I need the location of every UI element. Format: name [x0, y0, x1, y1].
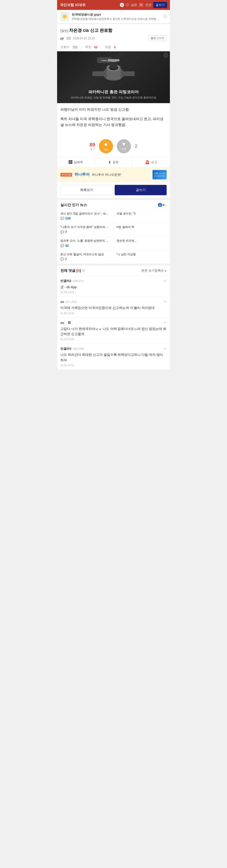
svg-rect-7	[92, 71, 105, 76]
ad-banner-title: 전국태양광시공 gspv	[72, 12, 161, 17]
sort-chevron-icon: ∨	[164, 269, 166, 273]
article-image-ad: Parko i 파카하니핀 총판 피팅코리아 파카하니핀 유공압, 피팅 등 전…	[57, 51, 170, 103]
comments-title-text: 전체 댓글	[61, 269, 75, 273]
recommend-label: 추천	[85, 45, 91, 49]
top-nav: 국민의힘 비대위 m ⓘ 설정 N 연관 글쓰기	[57, 0, 170, 10]
recommend-down-button[interactable]: ▼ 비추	[117, 139, 131, 153]
sort-button[interactable]: 등록순 ∨	[155, 269, 166, 273]
comment-close-2[interactable]: ✕	[163, 300, 166, 304]
comment-author-row-3: oo 🖼 ✕	[61, 320, 166, 325]
news-item-text-4-1: 문신 삭제 첼설아, 버킷리스트 달성	[61, 252, 112, 256]
ad-banner-text: 전국태양광시공 gspv 주택용/상업용 태양광시공전문회사 철저한 사후관리보…	[72, 12, 161, 21]
news-item-text-4-2: "니 남친 이상형	[117, 252, 168, 256]
comment-ip-4: (182.228)	[73, 347, 84, 350]
post-body-part1: 파랭이님이 이미 하셨지만 나도 방금 신고함.	[61, 106, 166, 113]
comment-count: 4	[114, 45, 115, 49]
comments-count: 4	[78, 269, 79, 273]
comment-body-4: 나도 하러간다 최대한 신고가 쌓일수록 위력있다고하니 다들 하자 많이 하자	[61, 352, 166, 363]
ad-banner-subtitle: 주택용/상업용 태양광시공전문회사 철저한 사후관리보장 자체시공 자체행...	[72, 17, 161, 21]
news-section: 실시간 인기 뉴스 D 0 › 섹시 장미 D컵 글래머러스 '순수'...새.…	[57, 200, 170, 264]
comment-body-3: 고맙다 너가 찐애국자야ㅠㅠ 나도 어제 집회다녀오느라 정신 없었는데 퇴근하…	[61, 326, 166, 337]
down-arrow-icon: ▼	[121, 141, 126, 147]
comment-body-2: 미국에 가족있으면 미국이민청으로 신고하는게 더 빨리 처리된대	[61, 305, 166, 310]
post-container: [일반] 차은경 cia 신고 완료함 pjr 📋 2025.01.20 12:…	[57, 24, 170, 198]
comment-author-4: 빈갤러3	[61, 347, 71, 351]
comment-ip-1: (180.211)	[73, 280, 84, 282]
news-col-meta-3-1: 💬 32	[61, 244, 112, 248]
news-col-4-2: "니 남친 이상형	[114, 250, 170, 264]
ad-banner-icon: ☀️	[60, 12, 69, 21]
share-button[interactable]: ⬆ 공유	[95, 157, 132, 167]
nav-write-button[interactable]: 글쓰기	[115, 185, 166, 195]
sort-label: 등록순	[155, 269, 164, 273]
comment-item-1: 빈갤러2 (180.211) ✕ 굿 - dc App 01.20 13:18	[57, 276, 170, 297]
bottom-ad-text: 하나투어 하나오픈챗!	[92, 173, 150, 177]
news-item-text-3-2: 청순한 외모에...	[117, 239, 168, 243]
reaction-left-count-container: 89 ▼ 7	[89, 142, 95, 151]
comment-close-4[interactable]: ✕	[163, 346, 166, 351]
report-icon: 🚨	[145, 160, 150, 165]
svg-rect-6	[108, 59, 119, 61]
news-col-1-2: 모델 권수진, "3	[114, 209, 170, 223]
comment-item-2: oo (211.235) ✕ 미국에 가족있으면 미국이민청으로 신고하는게 더…	[57, 297, 170, 317]
comment-bubble-icon-2: 💬	[61, 230, 64, 234]
comments-title: 전체 댓글 [4]	[61, 269, 81, 273]
post-date: 2025.01.20 12:32	[73, 37, 95, 40]
down-count: 2	[135, 143, 138, 149]
news-col-meta-4-1: 💬 7	[61, 257, 112, 261]
news-item-text-2-1: "나혼자 보기 아까운 몸매" 성형외과 ...	[61, 225, 112, 229]
settings-button[interactable]: 설정	[131, 3, 137, 7]
news-col-3-2: 청순한 외모에...	[114, 237, 170, 250]
news-col-2-1: "나혼자 보기 아까운 몸매" 성형외과 ... 💬 7	[57, 223, 114, 236]
news-section-title: 실시간 인기 뉴스	[61, 203, 158, 207]
svg-text:Parko: Parko	[101, 59, 107, 62]
news-col-2-2: H컵 글래머 맥	[114, 223, 170, 236]
info-button[interactable]: ⓘ	[126, 3, 129, 7]
n-badge: N	[139, 3, 143, 7]
report-label: 신고	[151, 160, 157, 164]
report-button[interactable]: 🚨 신고	[133, 157, 170, 167]
share-icon: ⬆	[108, 160, 111, 165]
down-label: 비추	[121, 147, 126, 151]
comment-time-2: 01.20 13:19	[61, 312, 166, 315]
comment-close-3[interactable]: ✕	[163, 320, 166, 325]
ad-overlay-sub: 파카하니핀 유공압, 피팅 등 전제품 견적, 수입 가능한 공식인증 총판대리…	[71, 96, 156, 99]
list-button[interactable]: 목록보기	[61, 185, 113, 195]
news-row-4: 문신 삭제 첼설아, 버킷리스트 달성 💬 7 "니 남친 이상형	[57, 250, 170, 264]
comment-author-row-2: oo (211.235) ✕	[61, 300, 166, 304]
news-comment-num-3-1: 32	[65, 244, 69, 248]
news-section-header: 실시간 인기 뉴스 D 0 ›	[57, 200, 170, 209]
news-row-2: "나혼자 보기 아까운 몸매" 성형외과 ... 💬 7 H컵 글래머 맥	[57, 223, 170, 237]
bottom-ad: 유의사항 하나투어 하나투어 하나오픈챗! 이럴 고수는다 있다다!	[57, 168, 170, 182]
comments-section: 전체 댓글 [4] ↻ 본문 보기 등록순 ∨ 빈갤러2 (180.211) ✕…	[57, 266, 170, 370]
write-button[interactable]: 글쓰기	[153, 2, 167, 8]
news-col-meta-2-1: 💬 7	[61, 230, 112, 234]
comment-author-icon-3: 🖼	[68, 321, 71, 324]
comment-close-1[interactable]: ✕	[163, 279, 166, 283]
refresh-icon[interactable]: ↻	[82, 269, 85, 273]
news-item-text-1-1: 섹시 장미 D컵 글래머러스 '순수'...새...	[61, 212, 112, 216]
news-comment-num-1-1: 109	[65, 216, 71, 220]
stat-sep1: │	[80, 45, 82, 49]
recommend-up-button[interactable]: ★ 개념	[99, 139, 113, 153]
comments-header: 전체 댓글 [4] ↻ 본문 보기 등록순 ∨	[57, 266, 170, 276]
view-post-button[interactable]: 본문 보기	[142, 269, 155, 273]
news-arrow-icon: ›	[165, 203, 166, 207]
related-button[interactable]: 연관	[145, 3, 151, 7]
scrap-button[interactable]: 🅱 싫베추	[57, 157, 95, 167]
gallery-button[interactable]: 갤로그가기	[148, 35, 166, 41]
post-stats: 조회수 732 │ 추천 89 │ 댓글 4	[57, 43, 170, 51]
comment-time-3: 01.20 13:20	[61, 338, 166, 341]
ad-info-icon: ⓘ	[163, 14, 167, 19]
up-sub-left: ▼ 7	[89, 148, 95, 151]
post-body-part2: 특히 자녀들 미국 유학중이니 한국으로 돌려보내라고 썼고, 파이낸셜 뉴스에…	[61, 116, 166, 128]
news-col-meta-1-1: 💬 109	[61, 216, 112, 220]
view-count: 732	[72, 45, 78, 49]
post-header: [일반] 차은경 cia 신고 완료함 pjr 📋 2025.01.20 12:…	[57, 24, 170, 43]
bottom-ad-logo: 하나투어	[75, 172, 89, 177]
share-label: 공유	[113, 160, 119, 164]
post-category-text: [일반]	[61, 29, 68, 32]
news-row-1: 섹시 장미 D컵 글래머러스 '순수'...새... 💬 109 모델 권수진,…	[57, 209, 170, 223]
star-icon: ★	[103, 141, 109, 148]
comment-author-1: 빈갤러2	[61, 279, 71, 283]
